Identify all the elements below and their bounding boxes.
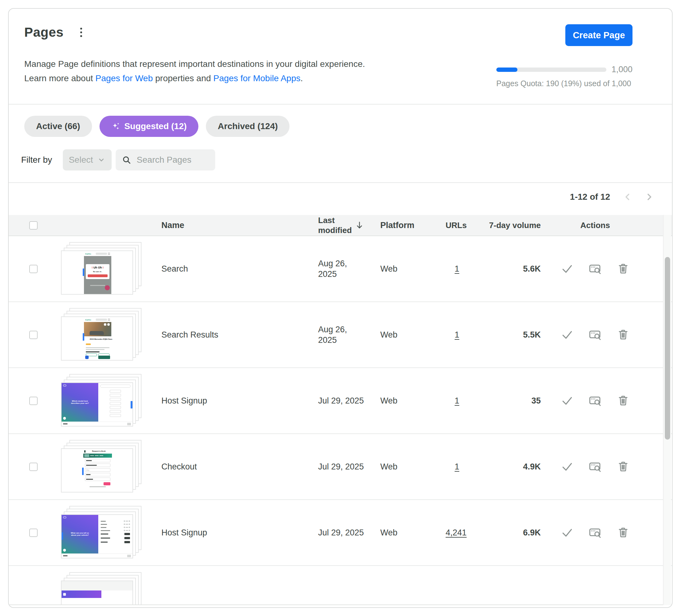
status-tabs: Active (66) Suggested (12) Archived (124… — [24, 116, 289, 137]
column-header-urls[interactable]: URLs — [446, 221, 486, 230]
row-actions — [541, 526, 650, 540]
delete-icon[interactable] — [616, 526, 630, 540]
table-row: CarGo 2016 Mercedes EQB-Class — [9, 302, 672, 368]
pages-for-mobile-link[interactable]: Pages for Mobile Apps — [213, 73, 300, 83]
delete-icon[interactable] — [616, 328, 630, 342]
row-actions — [541, 328, 650, 342]
filter-by-label: Filter by — [21, 155, 52, 165]
thumb-question: What can you tell us about your vehicle? — [70, 532, 90, 536]
preview-page-icon[interactable] — [588, 460, 602, 473]
page-thumbnail: Request to Book City — [61, 448, 133, 492]
header: Pages — [24, 25, 84, 40]
thumb-question: Which model best describes your car? — [70, 400, 90, 404]
row-checkbox[interactable] — [29, 397, 37, 405]
pagination-range: 1-12 of 12 — [570, 192, 610, 202]
filter-select[interactable]: Select — [63, 149, 111, 171]
page-thumbnail — [61, 581, 133, 605]
column-header-platform[interactable]: Platform — [380, 221, 446, 230]
table-scrollbar — [663, 215, 671, 605]
column-header-last-modified[interactable]: Last modified — [318, 215, 380, 235]
approve-icon[interactable] — [560, 460, 574, 473]
pagination-next-button[interactable] — [642, 190, 656, 204]
seven-day-volume: 5.5K — [486, 330, 541, 340]
platform: Web — [380, 528, 446, 538]
page-description: Manage Page definitions that represent i… — [24, 57, 365, 85]
thumb-car-title: 2016 Mercedes EQB-Class — [90, 338, 105, 340]
approve-icon[interactable] — [560, 526, 574, 540]
page-name[interactable]: Search — [155, 264, 318, 274]
row-checkbox[interactable] — [29, 463, 37, 471]
search-icon — [122, 155, 131, 165]
quota-caption: Pages Quota: 190 (19%) used of 1,000 — [496, 79, 632, 88]
preview-page-icon[interactable] — [588, 262, 602, 276]
table-row: CarGo ! Uh Oh ! No cars in . — [9, 236, 672, 302]
row-checkbox[interactable] — [29, 528, 37, 537]
seven-day-volume: 35 — [486, 396, 541, 406]
pages-for-web-link[interactable]: Pages for Web — [96, 73, 153, 83]
tab-suggested-label: Suggested (12) — [124, 121, 187, 131]
page-thumbnail: CarGo 2016 Mercedes EQB-Class — [61, 316, 133, 361]
page-thumbnail-stack[interactable]: Request to Book City — [61, 440, 143, 493]
last-modified: Jul 29, 2025 — [318, 461, 380, 472]
pages-panel: Pages Create Page Manage Page definition… — [0, 0, 681, 616]
pagination-prev-button[interactable] — [621, 190, 635, 204]
thumb-brand-logo: CarGo — [85, 253, 91, 255]
seven-day-volume: 5.6K — [486, 264, 541, 274]
page-thumbnail: CarGo ! Uh Oh ! No cars in . — [61, 250, 133, 295]
pagination: 1-12 of 12 — [570, 190, 656, 204]
column-header-actions: Actions — [541, 221, 650, 230]
quota-max-label: 1,000 — [611, 65, 632, 74]
approve-icon[interactable] — [560, 262, 574, 276]
tab-archived[interactable]: Archived (124) — [206, 116, 289, 137]
urls-link[interactable]: 1 — [446, 462, 459, 472]
page-thumbnail-stack[interactable] — [61, 572, 143, 605]
page-name[interactable]: Search Results — [155, 330, 318, 340]
chevron-down-icon — [97, 156, 105, 164]
row-checkbox[interactable] — [29, 331, 37, 339]
table-header-row: Name Last modified Platform URLs 7-day v… — [9, 215, 672, 236]
urls-link[interactable]: 1 — [446, 330, 459, 340]
sort-descending-icon — [355, 221, 380, 230]
sparkle-icon — [111, 122, 121, 131]
page-thumbnail: What can you tell us about your vehicle? — [61, 514, 133, 559]
pages-card: Pages Create Page Manage Page definition… — [8, 8, 673, 608]
delete-icon[interactable] — [616, 262, 630, 276]
page-thumbnail-stack[interactable]: What can you tell us about your vehicle? — [61, 506, 143, 559]
quota-progress-bar — [496, 68, 606, 72]
row-actions — [541, 394, 650, 408]
page-thumbnail-stack[interactable]: CarGo ! Uh Oh ! No cars in . — [61, 242, 143, 296]
delete-icon[interactable] — [616, 460, 630, 473]
pages-quota: 1,000 Pages Quota: 190 (19%) used of 1,0… — [496, 65, 632, 88]
divider — [9, 104, 672, 104]
create-page-button[interactable]: Create Page — [565, 24, 632, 46]
preview-page-icon[interactable] — [588, 526, 602, 540]
page-thumbnail-stack[interactable]: Which model best describes your car? — [61, 374, 143, 427]
urls-link[interactable]: 4,241 — [446, 528, 467, 538]
table-row: Request to Book City — [9, 434, 672, 500]
kebab-menu-icon[interactable] — [78, 26, 84, 39]
last-modified: Jul 29, 2025 — [318, 395, 380, 406]
row-checkbox[interactable] — [29, 265, 37, 273]
column-header-volume[interactable]: 7-day volume — [486, 221, 541, 230]
pages-table: Name Last modified Platform URLs 7-day v… — [9, 215, 672, 605]
tab-suggested[interactable]: Suggested (12) — [100, 116, 199, 137]
page-thumbnail-stack[interactable]: CarGo 2016 Mercedes EQB-Class — [61, 308, 143, 362]
delete-icon[interactable] — [616, 394, 630, 408]
column-header-name[interactable]: Name — [155, 221, 318, 230]
page-name[interactable]: Checkout — [155, 462, 318, 472]
last-modified: Aug 26, 2025 — [318, 258, 380, 279]
select-all-checkbox[interactable] — [29, 221, 37, 229]
filter-bar: Filter by Select — [21, 149, 215, 171]
approve-icon[interactable] — [560, 394, 574, 408]
urls-link[interactable]: 1 — [446, 264, 459, 274]
search-pages-input[interactable] — [137, 155, 249, 165]
urls-link[interactable]: 1 — [446, 396, 459, 406]
thumb-error-modal: ! Uh Oh ! No cars in . — [86, 264, 109, 279]
page-name[interactable]: Host Signup — [155, 396, 318, 406]
preview-page-icon[interactable] — [588, 328, 602, 342]
preview-page-icon[interactable] — [588, 394, 602, 408]
approve-icon[interactable] — [560, 328, 574, 342]
scrollbar-thumb[interactable] — [665, 257, 670, 440]
tab-active[interactable]: Active (66) — [24, 116, 92, 137]
page-name[interactable]: Host Signup — [155, 528, 318, 538]
